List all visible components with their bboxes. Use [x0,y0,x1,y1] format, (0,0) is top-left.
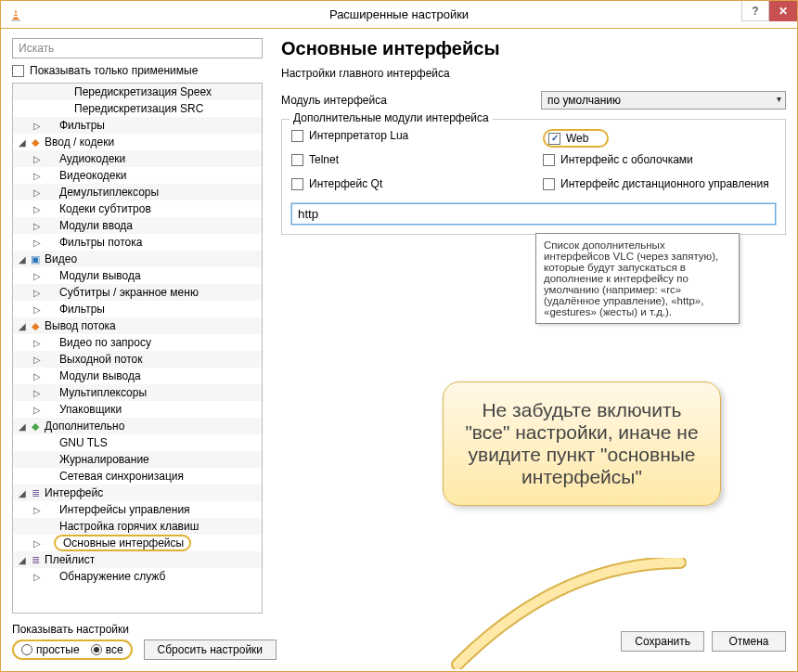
radio-simple[interactable]: простые [21,643,80,656]
tree-item[interactable]: ◢◆Дополнительно [13,418,262,434]
tree-item[interactable]: ▷Фильтры [13,117,262,134]
tree-item-label: Передискретизация Speex [72,85,212,98]
interface-module-label: Модуль интерфейса [281,94,541,107]
tree-item[interactable]: Настройка горячих клавиш [13,518,262,535]
tree-item[interactable]: ◢≣Плейлист [13,551,262,568]
tree-item[interactable]: ◢≣Интерфейс [13,485,262,501]
page-heading: Основные интерфейсы [281,38,786,59]
tree-item[interactable]: ▷Мультиплексоры [13,384,262,401]
chevron-right-icon: ▷ [32,505,43,515]
tree-item[interactable]: Передискретизация SRC [13,100,262,117]
tree-item[interactable]: ▷Фильтры [13,301,262,317]
tree-item-label: Субтитры / экранное меню [58,286,199,299]
tree-item-label: Видеокодеки [58,169,126,182]
lua-checkbox[interactable]: Интерпретатор Lua [291,129,524,142]
checkbox-icon [291,178,303,190]
tree-item[interactable]: ▷Видеокодеки [13,167,262,184]
svg-rect-2 [14,13,18,15]
tree-item[interactable]: ◢◆Вывод потока [13,317,262,334]
tree-item[interactable]: Передискретизация Speex [13,84,262,100]
extra-modules-legend: Дополнительные модули интерфейса [290,111,493,124]
tree-item-label: Настройка горячих клавиш [58,520,199,533]
tree-item[interactable]: ▷Демультиплексоры [13,184,262,200]
tree-item[interactable]: ▷Модули вывода [13,368,262,384]
tree-item[interactable]: ▷Интерфейсы управления [13,501,262,518]
chevron-right-icon: ▷ [32,572,43,582]
extra-modules-group: Дополнительные модули интерфейса Интерпр… [281,119,786,235]
window-title: Расширенные настройки [1,7,797,21]
telnet-checkbox[interactable]: Telnet [291,153,524,166]
radio-icon [21,644,32,655]
radio-simple-label: простые [36,643,80,656]
tree-item-label: Видео [43,252,77,265]
checkbox-icon [291,154,303,166]
tree-item-highlight: Основные интерфейсы [54,535,191,551]
tree-item[interactable]: GNU TLS [13,434,262,451]
chevron-right-icon: ▷ [32,405,43,415]
tree-item[interactable]: ▷Субтитры / экранное меню [13,284,262,301]
rc-label: Интерфейс дистанционного управления [560,177,769,190]
chevron-down-icon: ◢ [17,321,28,331]
skins-label: Интерфейс с оболочками [560,153,693,166]
save-button[interactable]: Сохранить [621,631,704,652]
tree-item-label: Журналирование [58,453,149,466]
tree-item[interactable]: ▷Выходной поток [13,351,262,368]
web-checkbox[interactable]: Web [548,132,588,145]
tree-item-label: Модули ввода [58,219,133,232]
tree-item[interactable]: ▷Аудиокодеки [13,150,262,167]
chevron-right-icon: ▷ [32,355,43,365]
chevron-right-icon: ▷ [32,121,43,131]
category-tree[interactable]: Передискретизация SpeexПередискретизация… [12,83,263,614]
tree-item-label: GNU TLS [58,436,108,449]
chevron-down-icon: ◢ [17,555,28,565]
chevron-right-icon: ▷ [32,221,43,231]
cancel-button[interactable]: Отмена [712,631,786,652]
right-panel: Основные интерфейсы Настройки главного и… [281,38,786,614]
green-category-icon: ◆ [28,420,43,433]
help-button[interactable]: ? [741,1,769,21]
tree-item-label: Основные интерфейсы [61,536,184,549]
radio-selected-icon [91,644,102,655]
checkbox-checked-icon [548,133,560,145]
extra-interfaces-input[interactable] [291,203,776,225]
tree-item-label: Модули вывода [58,269,141,282]
tree-item[interactable]: ◢◆Ввод / кодеки [13,134,262,150]
svg-rect-1 [11,19,20,21]
tree-item[interactable]: ▷Фильтры потока [13,234,262,251]
tree-item[interactable]: ▷Модули ввода [13,217,262,234]
tree-item[interactable]: ▷Основные интерфейсы [13,535,262,551]
tree-item[interactable]: ▷Упаковщики [13,401,262,418]
interface-module-combo[interactable]: по умолчанию [541,91,786,110]
lua-label: Интерпретатор Lua [309,129,408,142]
reset-button[interactable]: Сбросить настройки [144,640,277,660]
close-button[interactable]: ✕ [769,1,797,21]
orange-category-icon: ◆ [28,320,43,332]
show-settings-highlight: простые все [12,640,133,660]
search-input[interactable]: Искать [12,38,263,58]
chevron-down-icon: ◢ [17,137,28,148]
only-applicable-checkbox[interactable]: Показывать только применимые [12,64,263,77]
preferences-window: Расширенные настройки ? ✕ Искать Показыв… [0,0,798,672]
annotation-callout: Не забудьте включить "все" настройки, ин… [443,381,721,506]
tree-item[interactable]: ◢▣Видео [13,251,262,267]
tree-item[interactable]: Сетевая синхронизация [13,468,262,485]
tree-item[interactable]: ▷Кодеки субтитров [13,200,262,217]
tree-item-label: Сетевая синхронизация [58,470,184,483]
tree-item-label: Дополнительно [43,420,124,433]
radio-all[interactable]: все [91,643,123,656]
tree-item[interactable]: ▷Модули вывода [13,267,262,284]
tree-item[interactable]: ▷Видео по запросу [13,334,262,351]
telnet-label: Telnet [309,153,339,166]
tree-item-label: Кодеки субтитров [58,202,151,215]
tree-item[interactable]: ▷Обнаружение служб [13,568,262,585]
show-settings-label: Показывать настройки [12,623,277,636]
chevron-right-icon: ▷ [32,288,43,298]
chevron-right-icon: ▷ [32,187,43,198]
skins-checkbox[interactable]: Интерфейс с оболочками [543,153,776,166]
interface-module-row: Модуль интерфейса по умолчанию [281,91,786,110]
tree-item[interactable]: Журналирование [13,451,262,468]
qt-checkbox[interactable]: Интерфейс Qt [291,177,524,190]
rc-checkbox[interactable]: Интерфейс дистанционного управления [543,177,776,190]
tree-item-label: Интерфейс [43,486,103,499]
tree-item-label: Интерфейсы управления [58,503,190,516]
